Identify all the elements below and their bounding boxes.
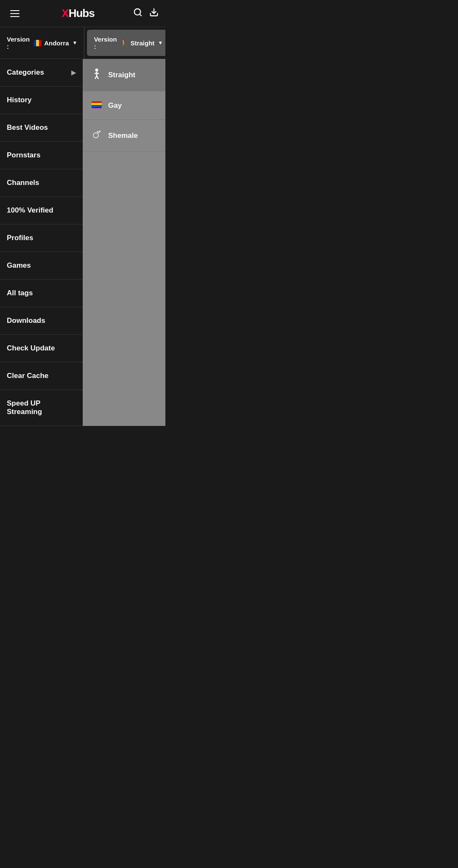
version-left[interactable]: Version : Andorra ▼ (0, 27, 84, 59)
straight-icon (91, 68, 102, 81)
svg-point-8 (93, 133, 98, 138)
download-icon[interactable] (149, 8, 159, 20)
shemale-label: Shemale (108, 132, 138, 140)
version-option-straight[interactable]: Straight (83, 59, 165, 91)
header-icons (133, 8, 159, 20)
andorra-flag-icon (34, 40, 42, 46)
menu-item-downloads[interactable]: Downloads (0, 307, 83, 335)
app-logo: XHubs (23, 7, 133, 20)
straight-label: Straight (108, 71, 135, 79)
menu-item-pornstars[interactable]: Pornstars (0, 142, 83, 169)
gay-label: Gay (108, 101, 122, 110)
menu-item-history[interactable]: History (0, 87, 83, 114)
svg-line-7 (97, 76, 98, 79)
version-right-label: Version : (94, 36, 117, 50)
logo-hubs: Hubs (69, 7, 95, 20)
menu-item-profiles[interactable]: Profiles (0, 224, 83, 252)
logo-x: X (61, 7, 68, 20)
version-left-arrow-icon: ▼ (73, 40, 78, 46)
straight-person-small-icon: 🚶 (120, 39, 128, 47)
rainbow-flag-icon (91, 101, 102, 110)
version-left-label: Version : (7, 36, 31, 50)
menu-item-verified[interactable]: 100% Verified (0, 197, 83, 224)
version-bar: Version : Andorra ▼ Version : 🚶 Straight… (0, 27, 165, 59)
app-header: XHubs (0, 0, 165, 27)
menu-item-clear-cache[interactable]: Clear Cache (0, 362, 83, 390)
search-icon[interactable] (133, 8, 142, 20)
chevron-right-icon: ▶ (71, 69, 76, 76)
left-menu: Categories ▶ History Best Videos Pornsta… (0, 59, 83, 426)
right-version-panel: Straight Gay (83, 59, 165, 426)
version-option-shemale[interactable]: Shemale (83, 120, 165, 151)
main-content: Categories ▶ History Best Videos Pornsta… (0, 59, 165, 426)
menu-item-all-tags[interactable]: All tags (0, 280, 83, 307)
version-right-arrow-icon: ▼ (158, 40, 163, 46)
hamburger-button[interactable] (7, 7, 23, 20)
version-left-country: Andorra (44, 39, 69, 47)
menu-item-games[interactable]: Games (0, 252, 83, 280)
menu-item-speed-up[interactable]: Speed UP Streaming (0, 390, 83, 426)
version-right-version: Straight (131, 39, 155, 47)
menu-item-channels[interactable]: Channels (0, 169, 83, 197)
trans-symbol-icon (91, 129, 102, 142)
version-right[interactable]: Version : 🚶 Straight ▼ (87, 30, 165, 56)
menu-item-check-update[interactable]: Check Update (0, 335, 83, 362)
menu-item-best-videos[interactable]: Best Videos (0, 114, 83, 142)
svg-point-3 (95, 69, 98, 72)
version-option-gay[interactable]: Gay (83, 91, 165, 120)
menu-item-categories[interactable]: Categories ▶ (0, 59, 83, 87)
svg-line-1 (140, 14, 141, 16)
